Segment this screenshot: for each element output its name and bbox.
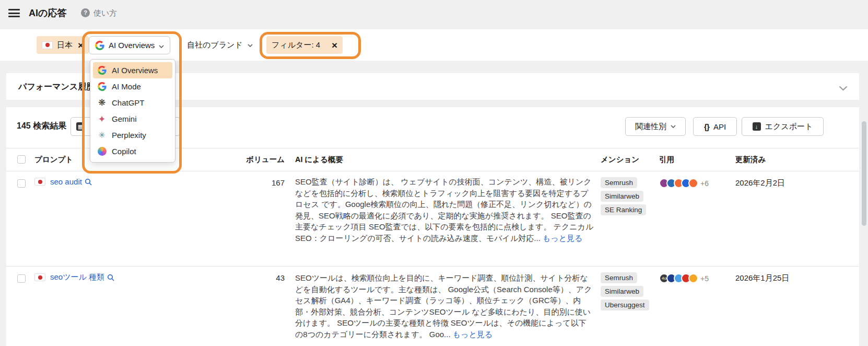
engine-dropdown-button[interactable]: AI Overviews xyxy=(89,36,170,54)
api-button-label: API xyxy=(713,122,726,131)
column-header-prompt: プロンプト xyxy=(34,155,73,165)
copilot-icon xyxy=(97,147,107,156)
country-filter-chip[interactable]: 日本 × xyxy=(37,36,89,54)
brand-button-label: 自社のブランド xyxy=(187,40,243,50)
row-checkbox[interactable] xyxy=(17,274,26,283)
column-header-mentions: メンション xyxy=(601,155,639,165)
api-button[interactable]: { } API xyxy=(693,117,737,136)
chatgpt-icon: ❋ xyxy=(97,98,107,108)
mention-chip: Semrush xyxy=(601,272,637,283)
export-button[interactable]: ↓ エクスポート xyxy=(742,117,824,136)
prompt-link[interactable]: seoツール 種類 xyxy=(50,272,114,282)
country-chip-label: 日本 xyxy=(57,40,73,50)
table-row: seo audit 167 SEO監査（サイト診断）は、 ウェブサイトの技術面、… xyxy=(6,171,859,266)
export-button-label: エクスポート xyxy=(765,122,813,132)
perplexity-icon: ✳ xyxy=(97,131,107,140)
citations-cell: 4o +5 xyxy=(659,273,709,283)
row-checkbox[interactable] xyxy=(17,179,26,188)
prompt-cell: seoツール 種類 xyxy=(34,272,114,282)
japan-flag-icon xyxy=(34,273,45,281)
gemini-icon: ✦ xyxy=(97,114,107,124)
show-more-link[interactable]: もっと見る xyxy=(543,234,582,243)
performance-panel-title: パフォーマンス履歴 xyxy=(18,82,95,93)
updated-date: 2026年1月25日 xyxy=(735,273,789,283)
hamburger-menu-icon[interactable] xyxy=(8,9,20,17)
mention-chip: Semrush xyxy=(601,177,637,188)
citations-more-count[interactable]: +5 xyxy=(700,274,709,283)
search-icon xyxy=(85,178,92,186)
updated-date: 2026年2月2日 xyxy=(735,178,785,188)
sort-button-label: 関連性別 xyxy=(635,122,666,132)
citation-favicon[interactable] xyxy=(688,273,698,283)
menu-item-gemini[interactable]: ✦ Gemini xyxy=(93,111,172,127)
menu-item-perplexity[interactable]: ✳ Perplexity xyxy=(93,127,172,143)
chevron-down-icon xyxy=(671,125,676,128)
calendar-icon: ▦ xyxy=(76,122,85,131)
volume-value: 43 xyxy=(240,273,285,282)
results-count: 145 検索結果 xyxy=(17,121,66,132)
help-icon[interactable]: ? xyxy=(81,8,90,17)
close-icon[interactable]: × xyxy=(78,40,84,50)
column-header-volume: ボリューム xyxy=(240,155,285,165)
ai-summary: SEOツールは、検索順位向上を目的に、キーワード調査、順位計測、サイト分析などを… xyxy=(295,272,594,340)
select-all-checkbox[interactable] xyxy=(17,155,26,164)
search-icon xyxy=(107,274,114,281)
filters-count-chip[interactable]: フィルター: 4 × xyxy=(266,36,343,54)
close-icon[interactable]: × xyxy=(332,40,337,50)
help-link[interactable]: 使い方 xyxy=(93,8,117,18)
citations-cell: +6 xyxy=(659,178,709,188)
prompt-link[interactable]: seo audit xyxy=(50,177,92,186)
engine-dropdown-menu: AI Overviews AI Mode ❋ ChatGPT ✦ Gemini … xyxy=(90,59,175,163)
brand-dropdown-button[interactable]: 自社のブランド xyxy=(187,36,253,54)
collapse-chevron-icon[interactable] xyxy=(839,84,848,93)
prompt-cell: seo audit xyxy=(34,177,92,186)
menu-item-copilot[interactable]: Copilot xyxy=(93,143,172,159)
citation-favicon[interactable] xyxy=(688,178,698,188)
google-icon xyxy=(97,82,107,91)
column-header-summary: AI による概要 xyxy=(295,155,343,165)
mention-chip: SE Ranking xyxy=(601,204,646,215)
filter-bar: 日本 × AI Overviews 自社のブランド フィルター: 4 × xyxy=(0,29,868,61)
column-header-updated: 更新済み xyxy=(735,155,766,165)
google-icon xyxy=(95,41,104,50)
mention-chip: Similarweb xyxy=(601,191,643,202)
column-header-citations: 引用 xyxy=(659,155,674,165)
braces-icon: { } xyxy=(704,122,709,131)
mention-chip: Similarweb xyxy=(601,286,643,297)
page-title: AIの応答 xyxy=(29,7,66,19)
mention-chip: Ubersuggest xyxy=(601,299,649,310)
menu-item-ai-overviews[interactable]: AI Overviews xyxy=(93,62,172,78)
table-row: seoツール 種類 43 SEOツールは、検索順位向上を目的に、キーワード調査、… xyxy=(6,266,859,346)
mentions-cell: Semrush Similarweb SE Ranking xyxy=(601,177,646,218)
mentions-cell: Semrush Similarweb Ubersuggest xyxy=(601,272,649,313)
show-more-link[interactable]: もっと見る xyxy=(453,330,492,339)
citations-more-count[interactable]: +6 xyxy=(700,179,709,188)
japan-flag-icon xyxy=(42,41,53,49)
google-icon xyxy=(97,66,107,75)
app-header: AIの応答 ? 使い方 xyxy=(0,0,868,26)
vertical-scrollbar[interactable] xyxy=(862,121,866,226)
chevron-down-icon xyxy=(248,44,253,47)
japan-flag-icon xyxy=(34,178,45,186)
ai-summary: SEO監査（サイト診断）は、 ウェブサイトの技術面、コンテンツ、構造、被リンクな… xyxy=(295,176,594,244)
download-icon: ↓ xyxy=(753,122,761,131)
engine-button-label: AI Overviews xyxy=(109,41,155,50)
chevron-down-icon xyxy=(159,41,164,50)
sort-by-relevance-button[interactable]: 関連性別 xyxy=(625,117,686,136)
filters-chip-label: フィルター: 4 xyxy=(272,40,320,50)
menu-item-ai-mode[interactable]: AI Mode xyxy=(93,78,172,95)
menu-item-chatgpt[interactable]: ❋ ChatGPT xyxy=(93,95,172,111)
volume-value: 167 xyxy=(240,178,285,187)
